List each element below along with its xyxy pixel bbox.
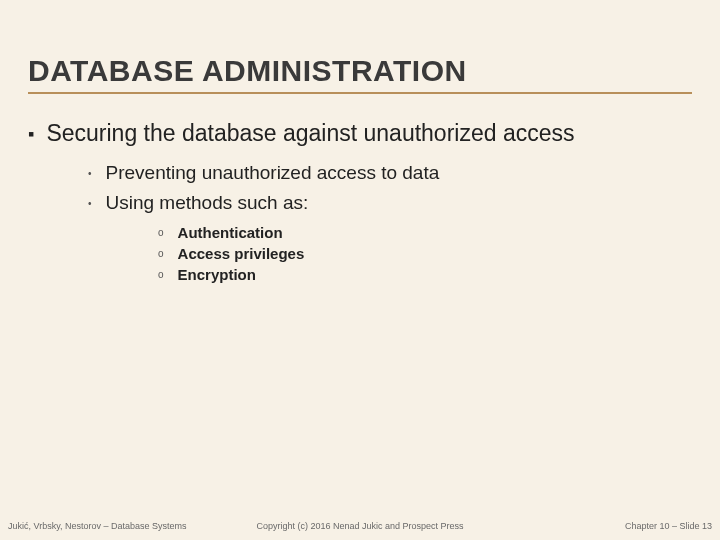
sub2-bullet-text: Access privileges	[178, 245, 305, 262]
footer-right: Chapter 10 – Slide 13	[625, 521, 712, 531]
sub-bullet: • Using methods such as:	[88, 192, 692, 216]
footer-left: Jukić, Vrbsky, Nestorov – Database Syste…	[8, 521, 187, 531]
circle-bullet-icon: o	[158, 224, 164, 242]
sub-bullet-text: Using methods such as:	[106, 192, 309, 214]
circle-bullet-icon: o	[158, 245, 164, 263]
sub2-bullet: o Encryption	[158, 266, 692, 284]
dot-bullet-icon: •	[88, 192, 92, 216]
sub-bullet: • Preventing unauthorized access to data	[88, 162, 692, 186]
sub2-bullet-text: Authentication	[178, 224, 283, 241]
square-bullet-icon: ▪︎	[28, 120, 34, 148]
sub2-bullet-text: Encryption	[178, 266, 256, 283]
footer: Jukić, Vrbsky, Nestorov – Database Syste…	[0, 518, 720, 540]
slide-title: DATABASE ADMINISTRATION	[28, 54, 692, 94]
main-bullet-text: Securing the database against unauthoriz…	[46, 120, 574, 147]
dot-bullet-icon: •	[88, 162, 92, 186]
sub-list: • Preventing unauthorized access to data…	[88, 162, 692, 284]
circle-bullet-icon: o	[158, 266, 164, 284]
main-bullet: ▪︎ Securing the database against unautho…	[28, 120, 692, 148]
sub2-bullet: o Access privileges	[158, 245, 692, 263]
sub2-bullet: o Authentication	[158, 224, 692, 242]
slide-body: ▪︎ Securing the database against unautho…	[28, 120, 692, 287]
slide: DATABASE ADMINISTRATION ▪︎ Securing the …	[0, 0, 720, 540]
sub2-list: o Authentication o Access privileges o E…	[158, 224, 692, 284]
sub-bullet-text: Preventing unauthorized access to data	[106, 162, 440, 184]
